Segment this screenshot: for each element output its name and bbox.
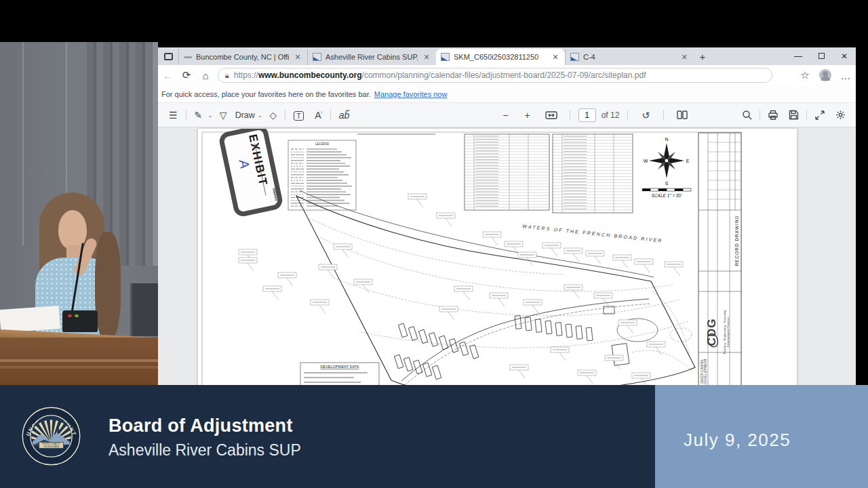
pdf-viewer[interactable]: LEGEND N S [158,127,856,385]
page-count-label: of 12 [601,110,620,120]
close-icon[interactable]: ✕ [551,53,560,62]
highlighter-icon[interactable]: ✎ [189,110,208,121]
buncombe-county-seal: BUNCOMBE COUNTY NORTH CAROLINA PEOPLE TO… [21,406,81,466]
tab-title: Buncombe County, NC | Official W [196,53,289,61]
svg-text:PEOPLE TO MATCH: PEOPLE TO MATCH [43,443,60,445]
pdf-favicon [570,53,579,61]
manage-favorites-link[interactable]: Manage favorites now [374,90,448,98]
data-table [465,134,549,210]
settings-gear-icon[interactable] [830,108,850,122]
road-edge [405,304,651,385]
pdf-toolbar: ☰ ✎⌄ ▽Draw⌄ ◇ T Aᵎ ab̃ − + of 12 ↺ [158,103,856,127]
close-icon[interactable]: ✕ [422,53,431,62]
lock-icon: 🔒︎ [225,71,229,80]
home-icon[interactable]: ⌂ [196,70,215,81]
svg-text:E: E [686,159,690,163]
scale-bar: SCALE 1" = 50' [642,188,691,198]
river-label: WATERS OF THE FRENCH BROAD RIVER [522,224,663,243]
fit-width-icon[interactable] [541,108,561,122]
url-host: www.buncombecounty.org [258,70,362,80]
speaker-video [0,42,158,385]
development-data-box: DEVELOPMENT DATA [300,363,379,385]
page-view-icon[interactable] [672,108,692,122]
draw-icon[interactable]: ▽ [214,110,233,121]
chevron-down-icon[interactable]: ⌄ [208,112,214,119]
save-icon[interactable] [783,108,804,122]
svg-text:DEVELOPMENT DATA: DEVELOPMENT DATA [321,365,359,369]
tab-buncombe-county[interactable]: Buncombe County, NC | Official W ✕ [178,49,307,65]
fullscreen-icon[interactable] [810,108,830,122]
pdf-toolbar-right [736,108,850,122]
data-table [553,134,633,213]
microphone-light [68,314,72,317]
print-icon[interactable] [763,108,783,122]
svg-text:S: S [665,181,669,186]
more-menu-icon[interactable]: … [835,70,856,81]
svg-text:DEVELOPMENT: DEVELOPMENT [703,359,707,384]
podium-trim [0,359,158,362]
url-scheme: https:// [234,70,258,80]
favorites-star-icon[interactable]: ☆ [795,69,815,81]
restore-icon[interactable] [810,52,833,61]
toc-icon[interactable]: ☰ [163,110,183,121]
lower-third-banner: BUNCOMBE COUNTY NORTH CAROLINA PEOPLE TO… [0,385,868,488]
tab-title: SKM_C650i25032811250 [454,53,547,61]
letterbox [856,0,868,385]
syllables-icon[interactable]: ab̃ [334,110,355,121]
zoom-out-icon[interactable]: − [497,110,513,121]
tab-title: Asheville River Cabins SUP, Wedn [326,53,418,61]
favorites-bar: For quick access, place your favorites h… [158,85,856,103]
window-close-icon[interactable]: ✕ [833,52,856,61]
back-icon[interactable]: ← [158,70,177,81]
window-controls: — ✕ [787,47,856,65]
compass-icon: N S W E [644,137,690,186]
nav-right-cluster: ☆ … [795,69,856,81]
property-boundary [296,196,695,385]
rotate-icon[interactable]: ↺ [636,110,655,121]
tab-skm-active[interactable]: SKM_C650i25032811250 ✕ [436,49,565,65]
chevron-down-icon[interactable]: ⌄ [258,112,264,119]
tab-actions-icon[interactable] [158,47,178,65]
paper-sheet [0,306,60,333]
new-tab-icon[interactable]: + [694,49,711,65]
search-icon[interactable] [736,108,757,122]
draw-label[interactable]: Draw [233,110,258,120]
eraser-icon[interactable]: ◇ [264,110,282,121]
pdf-favicon [441,53,450,61]
zoom-in-icon[interactable]: + [519,110,536,121]
callout-labels [239,194,683,385]
svg-text:· Environmental Services ·: · Environmental Services · [726,315,730,348]
tab-asheville-river-cabins[interactable]: Asheville River Cabins SUP, Wedn ✕ [307,49,436,65]
tab-c4[interactable]: C-4 ✕ [565,49,694,65]
pdf-favicon [313,53,321,61]
add-text-icon[interactable]: T [288,110,309,121]
banner-title: Board of Adjustment [108,415,293,436]
svg-text:CDG: CDG [705,319,718,346]
generic-favicon [184,56,192,58]
close-icon[interactable]: ✕ [679,53,689,62]
favorites-hint-text: For quick access, place your favorites h… [161,90,371,98]
banner-subtitle: Asheville River Cabins SUP [108,441,301,460]
speaker-hair [95,232,121,340]
browser-window: Buncombe County, NC | Official W ✕ Ashev… [158,47,856,385]
close-icon[interactable]: ✕ [293,53,302,62]
tab-title: C-4 [583,53,675,61]
microphone-base [62,310,98,332]
building [612,344,629,366]
curtain-edge [153,42,158,266]
exhibit-sticker: EXHIBIT A tabbies [220,129,281,216]
tab-strip: Buncombe County, NC | Official W ✕ Ashev… [158,47,856,65]
profile-avatar[interactable] [819,69,831,81]
refresh-icon[interactable]: ⟳ [177,69,196,81]
laptop-screen [130,283,158,336]
page-number-input[interactable] [578,108,596,122]
svg-text:W: W [644,159,648,163]
wall-seam [22,42,24,245]
address-bar[interactable]: 🔒︎ https://www.buncombecounty.org/common… [218,68,772,83]
minimize-icon[interactable]: — [787,52,810,61]
title-block: RECORD DRAWING CDG Planning · Engineerin… [698,133,741,385]
read-aloud-icon[interactable]: Aᵎ [309,110,328,121]
url-path: /common/planning/calendar-files/adjustme… [362,70,646,80]
svg-text:LEGEND: LEGEND [315,142,330,146]
pdf-page: LEGEND N S [198,129,797,385]
